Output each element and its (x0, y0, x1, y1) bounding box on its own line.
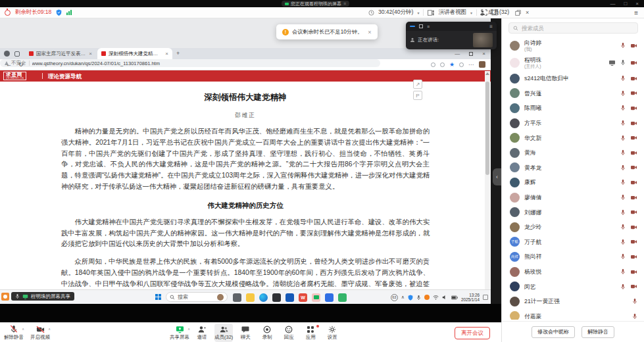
taskbar-system-tray: 63 ∧ 13:26 2025/1/14 (391, 290, 488, 305)
watching-screen-badge[interactable]: 您正在观看程明珠的屏幕 ≡ (282, 1, 349, 7)
meeting-app-window: 您正在观看程明珠的屏幕 ≡ — □ × 剩余时长09:18 30:42(40分钟… (0, 0, 644, 342)
mic-off-icon (620, 164, 626, 171)
start-video-button[interactable]: 开启视频 ∧ (30, 324, 50, 342)
participant-row[interactable]: 曾兴蓬 (502, 86, 644, 101)
participant-name: 华文新 (524, 135, 541, 141)
participant-row[interactable]: 廖倩倩 (502, 190, 644, 205)
reaction-icon (285, 326, 293, 333)
participant-row[interactable]: 刘娜娜 (502, 205, 644, 220)
speaking-person-icon (410, 37, 415, 43)
leave-meeting-button[interactable]: 离开会议 (455, 327, 490, 339)
participant-row[interactable]: 黄海 (502, 145, 644, 160)
camera-off-icon (630, 164, 637, 170)
scrollbar-thumb (485, 82, 489, 175)
speaker-video-panel[interactable]: ≡ ≡ 正在讲话: (406, 22, 497, 49)
extension-icon (459, 62, 464, 67)
close-button[interactable]: × (635, 0, 639, 7)
participant-search-box[interactable] (508, 22, 638, 34)
mic-off-icon (620, 105, 626, 111)
video-options-caret[interactable]: ∧ (48, 327, 51, 331)
participant-row[interactable]: s2412电信散归申 (502, 71, 644, 86)
minimize-button[interactable]: — (610, 0, 615, 7)
panel-unmute-button[interactable]: 解除静音 (582, 326, 614, 338)
participant-row[interactable]: 闵艺 (502, 279, 644, 294)
avatar (510, 133, 520, 143)
screen-share-icon (608, 60, 616, 66)
video-panel-menu-icon[interactable]: ≡ (489, 24, 493, 30)
list-view-icon[interactable]: ≡ (427, 24, 430, 29)
share-screen-button[interactable]: 共享屏幕 ∧ (170, 324, 189, 342)
participant-row[interactable]: 黄孝龙 (502, 160, 644, 176)
invite-icon (198, 326, 206, 333)
mic-off-icon (620, 253, 626, 260)
speaker-video-thumbnail[interactable] (473, 33, 493, 47)
participant-row[interactable]: 子航 万子航 (502, 235, 644, 250)
participant-row[interactable]: 龙少玲 (502, 220, 644, 235)
meeting-duration-label[interactable]: 30:42(40分钟) (378, 9, 413, 16)
view-mode-caret-icon[interactable]: ▾ (470, 11, 472, 15)
browser-tab-inactive: 国家主席习近平发表二〇二五年新年贺词 × (25, 48, 96, 59)
members-button[interactable]: 成员(32) (214, 324, 233, 342)
badge-menu-icon[interactable]: ≡ (343, 1, 346, 7)
cast-icon (338, 293, 347, 302)
mic-off-icon (620, 90, 626, 97)
rename-button[interactable]: 修改会中昵称 (532, 326, 575, 338)
remaining-time-label: 剩余时长09:18 (15, 9, 51, 16)
participant-row[interactable]: 付嘉豪 (502, 309, 644, 320)
search-members-input[interactable] (522, 25, 620, 32)
participant-row[interactable]: 21计一黄正强 (502, 294, 644, 309)
mic-options-caret[interactable]: ∧ (22, 327, 24, 331)
participant-row[interactable]: 向诗婷 (我) (502, 37, 644, 54)
settings-button[interactable]: 设置 (323, 324, 341, 342)
tab-close-icon: × (165, 51, 168, 57)
toast-close-icon[interactable]: × (368, 29, 371, 36)
panel-footer: 修改会中昵称 解除静音 (501, 321, 644, 342)
camera-off-icon (630, 269, 637, 275)
maximize-button[interactable]: □ (624, 0, 627, 7)
mic-off-icon (632, 313, 637, 320)
apps-button[interactable]: 应用 (301, 324, 320, 342)
header-menu-icon[interactable]: ≡ (634, 7, 638, 18)
record-button[interactable]: 录制 (258, 324, 276, 342)
apps-notification-dot (316, 325, 319, 328)
security-shield-icon[interactable] (56, 9, 62, 16)
mic-off-icon (620, 75, 626, 82)
new-tab-icon: + (176, 50, 180, 57)
avatar (510, 74, 520, 84)
folder-icon (246, 293, 255, 302)
layout-grid-icon[interactable] (419, 24, 423, 28)
camera-off-icon (630, 224, 637, 230)
participant-row[interactable]: 尚祥 熊尚祥 (502, 249, 644, 264)
tab-title: 国家主席习近平发表二〇二五年新年贺词 (36, 51, 86, 57)
chat-button[interactable]: 聊天 (236, 324, 255, 342)
share-options-caret[interactable]: ∧ (187, 327, 190, 331)
participant-row[interactable]: 程明珠 (主持人) (502, 54, 644, 71)
timer-icon (5, 10, 11, 16)
mic-off-icon (620, 209, 626, 216)
chat-icon (241, 326, 249, 333)
camera-off-icon (630, 239, 637, 245)
duration-caret-icon[interactable]: ▾ (417, 11, 419, 15)
participant-row[interactable]: 华文新 (502, 130, 644, 145)
shared-browser-window: 国家主席习近平发表二〇二五年新年贺词 × 深刻领悟伟大建党精神 - 求是网 × … (0, 48, 491, 289)
participant-row[interactable]: 陈雨曦 (502, 101, 644, 116)
view-mode-label[interactable]: 演讲者视图 (438, 9, 466, 16)
participant-row[interactable]: 杨玫悦 (502, 264, 644, 280)
reactions-button[interactable]: 回应 (280, 324, 298, 342)
taskbar-clock: 13:26 2025/1/14 (461, 293, 480, 302)
members-header-group[interactable]: 成员(32) (480, 7, 509, 18)
article-share-buttons: ↗ P (413, 80, 422, 100)
panel-collapse-handle[interactable]: ‹ (493, 168, 501, 185)
participant-row[interactable]: 方平乐 (502, 116, 644, 131)
top-title-bar: 您正在观看程明珠的屏幕 ≡ — □ × (0, 0, 644, 7)
camera-off-icon (630, 105, 637, 111)
members-icon (220, 326, 228, 333)
minimize-video-icon[interactable] (410, 26, 415, 28)
participant-name: 21计一黄正强 (524, 298, 560, 305)
invite-button[interactable]: 邀请 (193, 324, 211, 342)
participant-row[interactable]: 康辉 (502, 175, 644, 190)
unmute-button[interactable]: 解除静音 ∧ (4, 324, 24, 342)
record-icon (263, 326, 271, 333)
close-panel-icon[interactable]: × (526, 9, 529, 16)
popout-panel-icon[interactable] (515, 10, 521, 16)
